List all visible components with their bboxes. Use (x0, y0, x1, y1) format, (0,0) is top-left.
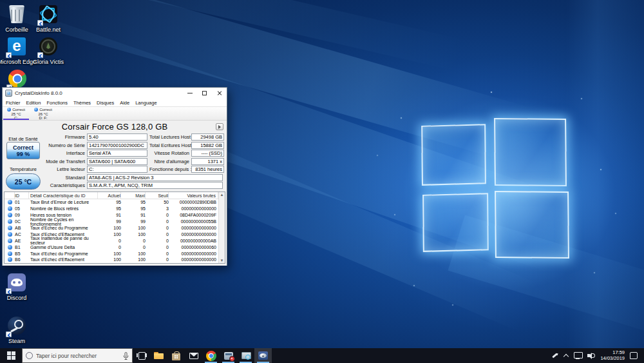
desktop: { "colors": { "accent_blue": "#0078d7", … (0, 0, 644, 363)
smart-table-row[interactable]: B6 Taux d'Echec d'Effacement 100 100 0 0… (5, 257, 218, 263)
health-status-dot-icon (7, 108, 11, 112)
chrome-icon (206, 351, 216, 361)
menu-item-fonctions[interactable]: Fonctions (46, 100, 68, 106)
attribute-status-dot-icon (8, 251, 12, 256)
task-view-button[interactable] (133, 348, 150, 363)
host-writes-field: 15882 GB (191, 142, 224, 149)
pen-input-tray-button[interactable] (549, 348, 561, 363)
shortcut-arrow-icon (6, 52, 12, 58)
close-button[interactable] (212, 88, 227, 99)
disk-icon (258, 351, 268, 360)
host-reads-field: 29498 GB (191, 133, 224, 141)
maximize-button[interactable] (197, 88, 212, 99)
desktop-icon-google-chrome[interactable] (0, 70, 37, 89)
smart-table-row[interactable]: B5 Taux d'Echec du Programme 100 100 0 0… (5, 250, 218, 257)
hidden-icons-button[interactable] (561, 348, 571, 363)
attribute-status-dot-icon (8, 219, 12, 224)
attribute-status-dot-icon (8, 239, 12, 243)
action-center-button[interactable] (627, 348, 640, 363)
desktop-icon-battle-net[interactable]: Battle.net (28, 5, 68, 33)
smart-table-row[interactable]: 05 Nombre de Blocs retirés 95 95 3 00000… (5, 206, 218, 212)
chevron-up-icon (564, 353, 569, 358)
pc-magnifier-icon (242, 352, 251, 360)
chrome-taskbar-button[interactable] (202, 348, 220, 363)
system-scan-app-button[interactable] (237, 348, 254, 363)
menu-item-language[interactable]: Language (135, 100, 156, 106)
notification-bubble-icon (630, 352, 638, 359)
desktop-icon-label: Battle.net (28, 26, 68, 33)
firmware-field: 5.40 (87, 133, 147, 141)
standard-field: ATA8-ACS | ACS-2 Revision 3 (87, 174, 223, 181)
microsoft-store-button[interactable] (167, 348, 185, 363)
microphone-icon (123, 352, 129, 360)
mail-envelope-icon (189, 353, 198, 359)
window-titlebar[interactable]: CrystalDiskInfo 8.0.0 (3, 88, 227, 99)
folder-icon (154, 352, 164, 359)
smart-table-row[interactable]: AB Taux d'Echec du Programme 100 100 0 0… (5, 225, 218, 231)
drive-tab-c[interactable]: Correct 25 °C C: (3, 107, 30, 120)
features-field: S.M.A.R.T., APM, NCQ, TRIM (87, 182, 223, 189)
window-title: CrystalDiskInfo 8.0.0 (15, 90, 182, 96)
windows-logo-pane (494, 118, 567, 186)
notification-app-button[interactable] (220, 348, 237, 363)
volume-tray-button[interactable] (585, 348, 598, 363)
field-label: Mode de Transfert (3, 159, 87, 164)
recycle-bin-icon (9, 5, 24, 23)
drive-selector-bar: Correct 25 °C C: Correct 26 °C D: F: (3, 107, 227, 121)
menu-item-edition[interactable]: Edition (26, 100, 41, 106)
minimize-icon (187, 93, 193, 93)
menu-item-aide[interactable]: Aide (120, 100, 129, 106)
desktop-icon-label: Gloria Victis (28, 59, 68, 65)
smart-table-row[interactable]: 01 Taux Brut d'Erreur de Lecture 95 95 5… (5, 199, 218, 206)
smart-table-row[interactable]: B1 Gamme d'Usure Delta 0 0 0 00000000000… (5, 244, 218, 250)
health-status-dot-icon (34, 108, 38, 112)
shortcut-arrow-icon (37, 20, 43, 26)
menu-item-disques[interactable]: Disques (97, 100, 114, 106)
field-label: Firmware (3, 134, 87, 140)
speaker-icon (587, 352, 595, 359)
window-footer (3, 264, 227, 266)
desktop-icon-label: Steam (0, 338, 37, 344)
file-explorer-button[interactable] (150, 348, 167, 363)
minimize-button[interactable] (182, 88, 197, 99)
field-label: Fonctionne depuis : (149, 166, 191, 172)
desktop-icon-discord[interactable]: Discord (0, 273, 37, 301)
disk-model-title: Corsair Force GS 128,0 GB (62, 122, 168, 132)
app-icon (5, 90, 12, 97)
next-disk-button[interactable] (216, 123, 223, 130)
menu-item-fichier[interactable]: Fichier (6, 100, 21, 106)
shortcut-arrow-icon (37, 52, 43, 58)
menu-bar: Fichier Edition Fonctions Thèmes Disques… (3, 99, 227, 107)
header-status-column (5, 192, 15, 199)
smart-table-row[interactable]: AE Taux Inattendue de panne du secteur 0… (5, 237, 218, 244)
taskbar-clock[interactable]: 17:59 14/03/2019 (598, 350, 627, 361)
start-button[interactable] (0, 348, 22, 363)
red-badge-icon (229, 356, 235, 362)
menu-item-themes[interactable]: Thèmes (73, 100, 91, 106)
rotation-rate-field: ---- (SSD) (191, 150, 224, 157)
field-label: Caractéristiques (3, 182, 87, 188)
network-tray-button[interactable] (571, 348, 585, 363)
field-label: Numéro de Série (3, 142, 87, 148)
clock-date: 14/03/2019 (600, 356, 625, 362)
smart-table-header[interactable]: ID Détail Caractéristique du ID Actuel M… (5, 192, 218, 199)
windows-start-icon (7, 351, 15, 360)
desktop-icon-steam[interactable]: Steam (0, 317, 37, 344)
mail-button[interactable] (185, 348, 202, 363)
field-label: Interface (3, 150, 87, 156)
crystaldiskinfo-taskbar-button[interactable] (254, 348, 272, 363)
desktop-icon-gloria-victis[interactable]: Gloria Victis (28, 37, 68, 65)
windows-logo-pane (495, 191, 569, 259)
attribute-status-dot-icon (8, 200, 12, 204)
field-label: Total Lectures Host (149, 134, 191, 140)
smart-table-row[interactable]: 0C Nombre de Cycles en fonctionnement 99… (5, 219, 218, 225)
maximize-icon (202, 91, 207, 95)
drive-tab-d-f[interactable]: Correct 26 °C D: F: (30, 107, 57, 120)
windows-logo (417, 113, 576, 264)
scroll-down-icon: ▼ (220, 258, 224, 263)
smart-attributes-table: ID Détail Caractéristique du ID Actuel M… (4, 191, 225, 264)
taskbar-search-box[interactable]: Taper ici pour rechercher (22, 348, 133, 363)
table-scrollbar[interactable]: ▲ ▼ (218, 192, 225, 263)
taskbar-empty-space (272, 348, 549, 363)
field-label: Total Ecritures Host (149, 142, 191, 148)
